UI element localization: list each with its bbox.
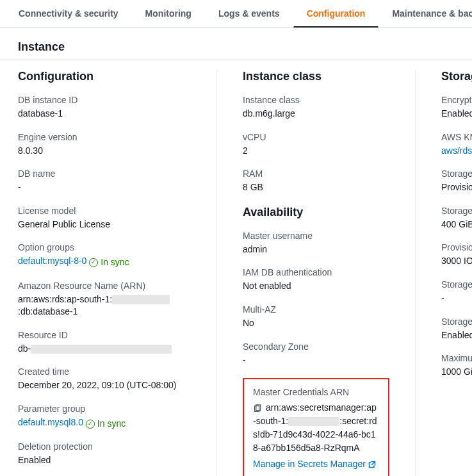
vcpu-value: 2 <box>243 145 389 158</box>
vcpu-label: vCPU <box>243 132 389 142</box>
storage-column: Storage Encryption Enabled AWS KMS k aws… <box>415 70 472 476</box>
option-groups-link[interactable]: default:mysql-8-0 <box>18 256 86 266</box>
arn-value: arn:aws:rds:ap-south-1::db:database-1 <box>18 293 191 318</box>
storage-field: Storage 400 GiB <box>441 206 472 231</box>
iam-auth-value: Not enabled <box>243 280 389 293</box>
master-username-value: admin <box>243 243 389 256</box>
instance-class-title: Instance class <box>243 70 389 83</box>
created-time-label: Created time <box>18 366 191 377</box>
storage-autoscaling-label: Storage aut <box>441 316 472 327</box>
storage-label: Storage <box>441 206 472 216</box>
external-link-icon <box>368 460 376 468</box>
storage-throughput-label: Storage thr <box>441 279 472 290</box>
config-title: Configuration <box>18 70 191 83</box>
db-instance-id-label: DB instance ID <box>18 95 191 105</box>
resource-id-value: db- <box>18 343 191 356</box>
master-credentials-value: arn:aws:secretsmanager:ap-south-1::secre… <box>253 401 379 455</box>
parameter-group-field: Parameter group default.mysql8.0 ✓ In sy… <box>18 404 191 430</box>
deletion-protection-value: Enabled <box>18 454 191 467</box>
storage-autoscaling-field: Storage aut Enabled <box>441 316 472 342</box>
check-circle-icon: ✓ <box>86 420 95 429</box>
instance-class-column: Instance class Instance class db.m6g.lar… <box>216 70 415 476</box>
storage-title: Storage <box>441 70 472 83</box>
redacted-account <box>112 295 170 304</box>
parameter-group-label: Parameter group <box>18 404 191 414</box>
storage-type-field: Storage typ Provisioned <box>441 168 472 194</box>
availability-title: Availability <box>243 206 389 219</box>
deletion-protection-label: Deletion protection <box>18 441 191 452</box>
tab-configuration[interactable]: Configuration <box>293 0 379 28</box>
master-username-field: Master username admin <box>243 231 389 256</box>
multi-az-field: Multi-AZ No <box>243 304 389 330</box>
option-groups-field: Option groups default:mysql-8-0 ✓ In syn… <box>18 242 191 268</box>
redacted-account <box>288 417 339 426</box>
redacted-resource-id <box>31 345 172 354</box>
instance-section: Instance <box>0 28 472 60</box>
max-storage-value: 1000 GiB <box>441 366 472 379</box>
encryption-field: Encryption Enabled <box>441 95 472 120</box>
storage-throughput-value: - <box>441 292 472 305</box>
provisioned-iops-label: Provisioned <box>441 242 472 252</box>
storage-autoscaling-value: Enabled <box>441 329 472 342</box>
db-name-value: - <box>18 181 191 194</box>
ram-label: RAM <box>243 168 389 179</box>
kms-key-link[interactable]: aws/rds <box>441 145 472 156</box>
tab-logs[interactable]: Logs & events <box>205 0 293 28</box>
iam-auth-label: IAM DB authentication <box>243 267 389 277</box>
vcpu-field: vCPU 2 <box>243 132 389 158</box>
arn-field: Amazon Resource Name (ARN) arn:aws:rds:a… <box>18 281 191 318</box>
master-credentials-label: Master Credentials ARN <box>253 387 379 397</box>
kms-key-label: AWS KMS k <box>441 132 472 142</box>
check-circle-icon: ✓ <box>89 258 98 267</box>
content-columns: Configuration DB instance ID database-1 … <box>0 60 472 476</box>
max-storage-label: Maximum s <box>441 353 472 363</box>
storage-type-value: Provisioned <box>441 181 472 194</box>
db-name-label: DB name <box>18 168 191 179</box>
instance-class-label: Instance class <box>243 95 389 105</box>
parameter-group-sync-text: In sync <box>97 418 126 431</box>
tab-monitoring[interactable]: Monitoring <box>132 0 205 28</box>
instance-title: Instance <box>18 40 454 54</box>
storage-type-label: Storage typ <box>441 168 472 179</box>
tab-maintenance[interactable]: Maintenance & backups <box>378 0 472 28</box>
master-credentials-box: Master Credentials ARN arn:aws:secretsma… <box>243 378 389 476</box>
manage-secrets-link[interactable]: Manage in Secrets Manager <box>253 459 366 469</box>
secondary-zone-field: Secondary Zone - <box>243 341 389 367</box>
resource-id-field: Resource ID db- <box>18 330 191 356</box>
instance-class-field: Instance class db.m6g.large <box>243 95 389 120</box>
instance-class-value: db.m6g.large <box>243 108 389 120</box>
license-model-field: License model General Public License <box>18 206 191 231</box>
master-username-label: Master username <box>243 231 389 241</box>
storage-value: 400 GiB <box>441 218 472 231</box>
deletion-protection-field: Deletion protection Enabled <box>18 441 191 467</box>
arn-label: Amazon Resource Name (ARN) <box>18 281 191 291</box>
multi-az-label: Multi-AZ <box>243 304 389 315</box>
option-groups-sync-text: In sync <box>101 256 129 269</box>
copy-icon[interactable] <box>253 404 262 413</box>
parameter-group-link[interactable]: default.mysql8.0 <box>18 417 83 427</box>
engine-version-value: 8.0.30 <box>18 145 191 158</box>
provisioned-iops-value: 3000 IOPS <box>441 255 472 268</box>
option-groups-label: Option groups <box>18 242 191 252</box>
parameter-group-sync: ✓ In sync <box>86 418 126 431</box>
ram-field: RAM 8 GB <box>243 168 389 194</box>
option-groups-sync: ✓ In sync <box>89 256 129 269</box>
secondary-zone-value: - <box>243 354 389 367</box>
multi-az-value: No <box>243 317 389 330</box>
created-time-field: Created time December 20, 2022, 09:10 (U… <box>18 366 191 392</box>
db-instance-id-value: database-1 <box>18 108 191 120</box>
provisioned-iops-field: Provisioned 3000 IOPS <box>441 242 472 268</box>
configuration-column: Configuration DB instance ID database-1 … <box>18 70 216 476</box>
license-model-label: License model <box>18 206 191 216</box>
db-name-field: DB name - <box>18 168 191 194</box>
created-time-value: December 20, 2022, 09:10 (UTC-08:00) <box>18 379 191 392</box>
tab-bar: Connectivity & security Monitoring Logs … <box>0 0 472 28</box>
tab-connectivity[interactable]: Connectivity & security <box>5 0 132 28</box>
kms-key-field: AWS KMS k aws/rds <box>441 132 472 158</box>
ram-value: 8 GB <box>243 181 389 194</box>
engine-version-label: Engine version <box>18 132 191 142</box>
max-storage-field: Maximum s 1000 GiB <box>441 353 472 379</box>
db-instance-id-field: DB instance ID database-1 <box>18 95 191 120</box>
encryption-label: Encryption <box>441 95 472 105</box>
secondary-zone-label: Secondary Zone <box>243 341 389 352</box>
